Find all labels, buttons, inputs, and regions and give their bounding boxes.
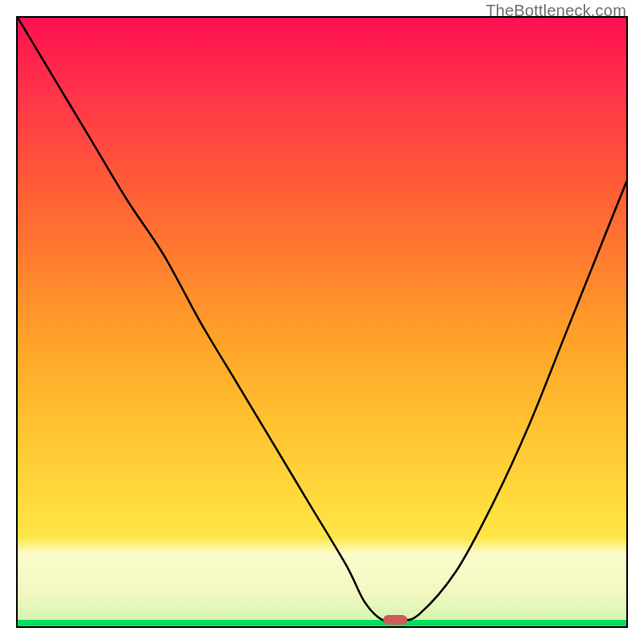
curve-svg <box>18 18 626 626</box>
minimum-marker <box>383 615 407 625</box>
bottleneck-curve <box>18 18 626 621</box>
plot-area <box>16 16 628 628</box>
chart-container: TheBottleneck.com <box>0 0 644 644</box>
